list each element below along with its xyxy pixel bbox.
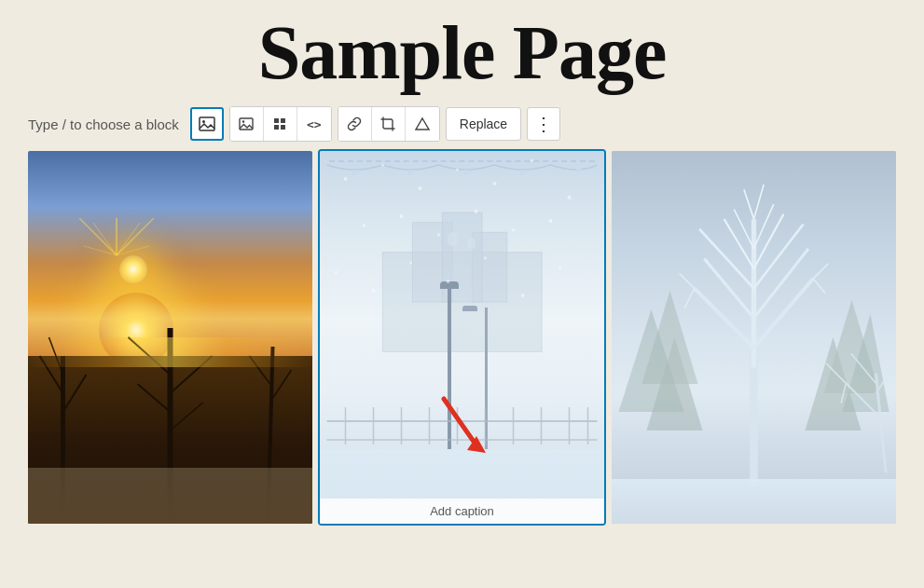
svg-point-59 bbox=[400, 214, 404, 218]
more-icon: ⋮ bbox=[534, 113, 553, 135]
svg-line-81 bbox=[695, 289, 754, 349]
svg-point-54 bbox=[456, 169, 459, 171]
toolbar-code-btn[interactable]: <> bbox=[297, 107, 331, 141]
svg-rect-7 bbox=[281, 125, 285, 130]
svg-point-55 bbox=[493, 182, 497, 185]
svg-point-3 bbox=[242, 120, 245, 123]
svg-line-92 bbox=[754, 185, 765, 219]
svg-point-57 bbox=[568, 196, 572, 199]
svg-point-70 bbox=[559, 267, 561, 269]
svg-line-83 bbox=[704, 259, 753, 319]
svg-point-69 bbox=[521, 294, 525, 297]
image-1[interactable] bbox=[28, 151, 312, 524]
svg-line-25 bbox=[117, 223, 140, 255]
page-title: Sample Page bbox=[0, 0, 924, 106]
svg-line-93 bbox=[680, 274, 695, 289]
svg-line-100 bbox=[851, 353, 876, 383]
toolbar-crop-btn[interactable] bbox=[372, 107, 406, 141]
svg-point-66 bbox=[409, 262, 412, 265]
svg-line-88 bbox=[754, 214, 784, 268]
toolbar-group-2 bbox=[338, 106, 440, 142]
svg-point-65 bbox=[372, 289, 376, 293]
svg-point-56 bbox=[531, 159, 533, 162]
svg-line-98 bbox=[847, 383, 876, 413]
toolbar-grid-btn[interactable] bbox=[264, 107, 297, 141]
replace-button[interactable]: Replace bbox=[446, 107, 521, 141]
svg-point-62 bbox=[512, 229, 515, 232]
more-options-button[interactable]: ⋮ bbox=[527, 107, 560, 141]
toolbar-link-btn[interactable] bbox=[338, 107, 372, 141]
svg-line-17 bbox=[171, 403, 203, 431]
svg-line-96 bbox=[813, 279, 825, 294]
svg-rect-2 bbox=[240, 118, 253, 130]
image-caption[interactable]: Add caption bbox=[320, 499, 604, 524]
toolbar-image-btn[interactable] bbox=[230, 107, 264, 141]
svg-point-63 bbox=[549, 219, 553, 223]
svg-point-61 bbox=[475, 210, 478, 213]
svg-rect-5 bbox=[281, 118, 285, 123]
svg-line-24 bbox=[93, 223, 117, 255]
svg-line-102 bbox=[841, 383, 846, 403]
svg-point-68 bbox=[484, 257, 487, 260]
svg-line-89 bbox=[734, 210, 753, 250]
image-3[interactable] bbox=[612, 151, 896, 524]
svg-rect-6 bbox=[274, 125, 279, 130]
svg-line-91 bbox=[744, 189, 754, 219]
svg-point-51 bbox=[344, 177, 348, 181]
svg-line-94 bbox=[684, 289, 695, 308]
svg-rect-0 bbox=[200, 117, 214, 130]
svg-line-85 bbox=[699, 229, 753, 289]
svg-line-16 bbox=[138, 384, 171, 412]
svg-line-11 bbox=[63, 375, 87, 412]
block-image-button[interactable] bbox=[190, 107, 224, 141]
svg-point-52 bbox=[381, 164, 384, 167]
svg-point-67 bbox=[447, 280, 450, 283]
svg-point-58 bbox=[363, 225, 365, 227]
svg-rect-4 bbox=[274, 118, 279, 123]
svg-line-95 bbox=[813, 264, 828, 279]
toolbar: Type / to choose a block <> bbox=[0, 106, 924, 142]
svg-point-60 bbox=[437, 234, 440, 237]
svg-line-99 bbox=[876, 363, 896, 393]
svg-point-1 bbox=[202, 120, 205, 123]
svg-marker-8 bbox=[416, 118, 429, 130]
image-2[interactable]: Add caption bbox=[320, 151, 604, 524]
svg-line-97 bbox=[876, 374, 887, 473]
svg-point-53 bbox=[419, 186, 422, 190]
type-hint: Type / to choose a block bbox=[28, 116, 179, 132]
svg-point-64 bbox=[335, 271, 338, 274]
toolbar-triangle-btn[interactable] bbox=[406, 107, 439, 141]
svg-line-101 bbox=[826, 363, 846, 383]
images-row: Add caption bbox=[0, 151, 924, 524]
toolbar-group-1: <> bbox=[229, 106, 332, 142]
